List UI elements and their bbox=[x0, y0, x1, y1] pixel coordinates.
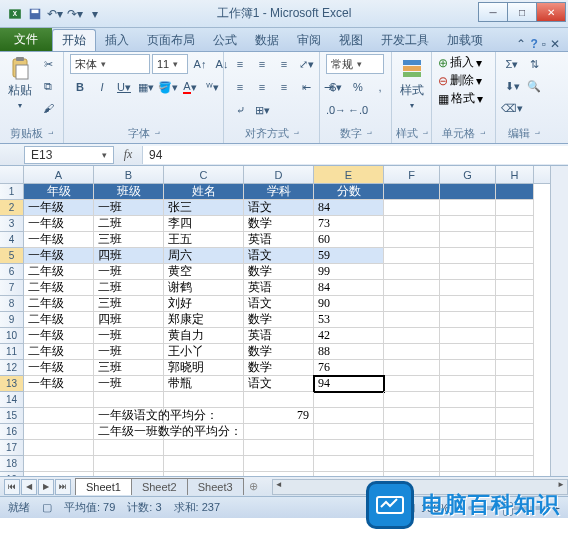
row-header[interactable]: 11 bbox=[0, 344, 24, 360]
cell[interactable]: 王小丫 bbox=[164, 344, 244, 360]
cell[interactable] bbox=[164, 424, 244, 440]
cell[interactable] bbox=[94, 440, 164, 456]
cell[interactable] bbox=[496, 328, 534, 344]
sheet-nav-prev-icon[interactable]: ◀ bbox=[21, 479, 37, 495]
inc-decimal-icon[interactable]: .0→ bbox=[326, 100, 346, 120]
wrap-text-icon[interactable]: ⤶ bbox=[230, 100, 250, 120]
cell[interactable]: 三班 bbox=[94, 232, 164, 248]
dec-decimal-icon[interactable]: ←.0 bbox=[348, 100, 368, 120]
cell[interactable]: 一年级 bbox=[24, 232, 94, 248]
align-bottom-icon[interactable]: ≡ bbox=[274, 54, 294, 74]
sort-icon[interactable]: ⇅ bbox=[524, 54, 544, 74]
font-name-combo[interactable]: 宋体 bbox=[70, 54, 150, 74]
redo-icon[interactable]: ↷▾ bbox=[66, 5, 84, 23]
italic-icon[interactable]: I bbox=[92, 77, 112, 97]
cell[interactable] bbox=[244, 424, 314, 440]
cell[interactable] bbox=[384, 440, 440, 456]
bold-icon[interactable]: B bbox=[70, 77, 90, 97]
name-box[interactable]: E13 bbox=[24, 146, 114, 164]
cell[interactable]: 郭晓明 bbox=[164, 360, 244, 376]
indent-dec-icon[interactable]: ⇤ bbox=[296, 77, 316, 97]
save-icon[interactable] bbox=[26, 5, 44, 23]
number-format-combo[interactable]: 常规 bbox=[326, 54, 384, 74]
cell[interactable] bbox=[440, 360, 496, 376]
row-header[interactable]: 2 bbox=[0, 200, 24, 216]
cell[interactable] bbox=[384, 472, 440, 476]
cell[interactable] bbox=[314, 392, 384, 408]
cell[interactable]: 99 bbox=[314, 264, 384, 280]
cell[interactable]: 数学 bbox=[244, 360, 314, 376]
cell[interactable]: 语文 bbox=[244, 296, 314, 312]
delete-cells-button[interactable]: ⊖删除▾ bbox=[438, 72, 482, 89]
cell[interactable] bbox=[24, 472, 94, 476]
cell[interactable] bbox=[496, 360, 534, 376]
cell[interactable]: 四班 bbox=[94, 312, 164, 328]
tab-数据[interactable]: 数据 bbox=[246, 29, 288, 51]
border-icon[interactable]: ▦▾ bbox=[136, 77, 156, 97]
cell[interactable] bbox=[496, 424, 534, 440]
tab-公式[interactable]: 公式 bbox=[204, 29, 246, 51]
fill-icon[interactable]: ⬇▾ bbox=[502, 76, 522, 96]
new-sheet-icon[interactable]: ⊕ bbox=[243, 480, 264, 493]
align-center-icon[interactable]: ≡ bbox=[252, 77, 272, 97]
cell[interactable] bbox=[440, 456, 496, 472]
cell[interactable]: 一班 bbox=[94, 376, 164, 392]
cell[interactable]: 59 bbox=[314, 248, 384, 264]
cell[interactable]: 张三 bbox=[164, 200, 244, 216]
cell[interactable] bbox=[440, 328, 496, 344]
row-header[interactable]: 1 bbox=[0, 184, 24, 200]
cell[interactable] bbox=[496, 280, 534, 296]
cell[interactable]: 二年级 bbox=[24, 344, 94, 360]
cell[interactable]: 二年级一班数学的平均分： bbox=[94, 424, 164, 440]
column-header[interactable]: D bbox=[244, 166, 314, 183]
cell[interactable] bbox=[384, 456, 440, 472]
format-painter-icon[interactable]: 🖌 bbox=[38, 98, 58, 118]
cell[interactable]: 一班 bbox=[94, 200, 164, 216]
cell[interactable] bbox=[496, 344, 534, 360]
cell[interactable] bbox=[94, 472, 164, 476]
cell[interactable] bbox=[164, 408, 244, 424]
align-top-icon[interactable]: ≡ bbox=[230, 54, 250, 74]
row-header[interactable]: 9 bbox=[0, 312, 24, 328]
cell[interactable]: 数学 bbox=[244, 216, 314, 232]
cell[interactable] bbox=[496, 184, 534, 200]
cell[interactable] bbox=[440, 184, 496, 200]
cell[interactable]: 一年级 bbox=[24, 328, 94, 344]
cell[interactable] bbox=[94, 392, 164, 408]
cell[interactable]: 一班 bbox=[94, 328, 164, 344]
cell[interactable]: 姓名 bbox=[164, 184, 244, 200]
comma-icon[interactable]: , bbox=[370, 77, 390, 97]
cell[interactable]: 黄自力 bbox=[164, 328, 244, 344]
column-header[interactable]: G bbox=[440, 166, 496, 183]
help-icon[interactable]: ? bbox=[530, 37, 537, 51]
tab-开始[interactable]: 开始 bbox=[52, 29, 96, 51]
select-all-corner[interactable] bbox=[0, 166, 24, 183]
cell[interactable] bbox=[164, 456, 244, 472]
cell[interactable] bbox=[314, 408, 384, 424]
cell[interactable] bbox=[244, 392, 314, 408]
format-cells-button[interactable]: ▦格式▾ bbox=[438, 90, 483, 107]
cell[interactable] bbox=[440, 280, 496, 296]
underline-icon[interactable]: U▾ bbox=[114, 77, 134, 97]
cell[interactable]: 年级 bbox=[24, 184, 94, 200]
column-header[interactable]: E bbox=[314, 166, 384, 183]
cell[interactable] bbox=[384, 248, 440, 264]
cell[interactable] bbox=[24, 408, 94, 424]
row-header[interactable]: 19 bbox=[0, 472, 24, 476]
font-size-combo[interactable]: 11 bbox=[152, 54, 188, 74]
cell[interactable]: 语文 bbox=[244, 248, 314, 264]
cell[interactable]: 英语 bbox=[244, 232, 314, 248]
styles-button[interactable]: 样式 ▾ bbox=[398, 54, 426, 112]
tab-页面布局[interactable]: 页面布局 bbox=[138, 29, 204, 51]
file-tab[interactable]: 文件 bbox=[0, 27, 52, 51]
cell[interactable] bbox=[244, 472, 314, 476]
cell[interactable] bbox=[384, 184, 440, 200]
row-header[interactable]: 17 bbox=[0, 440, 24, 456]
cell[interactable] bbox=[440, 440, 496, 456]
cell[interactable]: 一年级 bbox=[24, 248, 94, 264]
tab-插入[interactable]: 插入 bbox=[96, 29, 138, 51]
row-header[interactable]: 8 bbox=[0, 296, 24, 312]
cell[interactable] bbox=[496, 392, 534, 408]
row-header[interactable]: 12 bbox=[0, 360, 24, 376]
cell[interactable] bbox=[496, 248, 534, 264]
